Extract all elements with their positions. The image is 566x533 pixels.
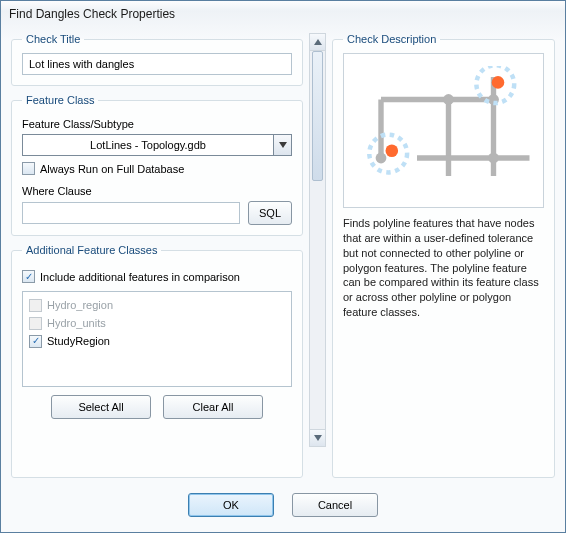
select-all-button[interactable]: Select All bbox=[51, 395, 151, 419]
dangles-illustration-icon bbox=[354, 66, 534, 196]
scroll-down-button[interactable] bbox=[310, 429, 325, 446]
additional-feature-classes-group: Additional Feature Classes ✓ Include add… bbox=[11, 244, 303, 478]
check-title-input[interactable] bbox=[22, 53, 292, 75]
list-item: Hydro_units bbox=[29, 314, 285, 332]
include-additional-checkbox[interactable]: ✓ bbox=[22, 270, 35, 283]
cancel-button[interactable]: Cancel bbox=[292, 493, 378, 517]
window-title: Find Dangles Check Properties bbox=[9, 7, 175, 21]
feature-class-group: Feature Class Feature Class/Subtype LotL… bbox=[11, 94, 303, 236]
dialog-window: Find Dangles Check Properties Check Titl… bbox=[0, 0, 566, 533]
svg-point-5 bbox=[443, 94, 454, 105]
always-run-label: Always Run on Full Database bbox=[40, 163, 184, 175]
left-panel: Check Title Feature Class Feature Class/… bbox=[11, 33, 303, 478]
svg-point-11 bbox=[491, 76, 504, 89]
list-item-label: Hydro_region bbox=[47, 299, 113, 311]
chevron-down-icon bbox=[279, 142, 287, 148]
caret-down-icon bbox=[314, 435, 322, 441]
scroll-up-button[interactable] bbox=[310, 34, 325, 51]
feature-class-legend: Feature Class bbox=[22, 94, 98, 106]
list-item[interactable]: ✓ StudyRegion bbox=[29, 332, 285, 350]
list-item-checkbox bbox=[29, 299, 42, 312]
where-clause-row: SQL bbox=[22, 201, 292, 225]
scroll-track[interactable] bbox=[310, 51, 325, 429]
check-description-group: Check Description bbox=[332, 33, 555, 478]
where-clause-input[interactable] bbox=[22, 202, 240, 224]
svg-point-7 bbox=[488, 152, 499, 163]
always-run-checkbox[interactable] bbox=[22, 162, 35, 175]
list-item: Hydro_region bbox=[29, 296, 285, 314]
dialog-button-bar: OK Cancel bbox=[1, 478, 565, 532]
left-panel-scrollbar[interactable] bbox=[309, 33, 326, 447]
always-run-row: Always Run on Full Database bbox=[22, 162, 292, 175]
list-button-row: Select All Clear All bbox=[22, 395, 292, 419]
list-item-checkbox bbox=[29, 317, 42, 330]
include-additional-row: ✓ Include additional features in compari… bbox=[22, 270, 292, 283]
right-panel: Check Description bbox=[332, 33, 555, 478]
svg-point-12 bbox=[385, 144, 398, 157]
where-clause-label: Where Clause bbox=[22, 185, 292, 197]
feature-class-sublabel: Feature Class/Subtype bbox=[22, 118, 292, 130]
clear-all-button[interactable]: Clear All bbox=[163, 395, 263, 419]
caret-up-icon bbox=[314, 39, 322, 45]
sql-button[interactable]: SQL bbox=[248, 201, 292, 225]
scroll-thumb[interactable] bbox=[312, 51, 323, 181]
list-item-label: StudyRegion bbox=[47, 335, 110, 347]
titlebar: Find Dangles Check Properties bbox=[1, 1, 565, 27]
include-additional-label: Include additional features in compariso… bbox=[40, 271, 240, 283]
check-title-group: Check Title bbox=[11, 33, 303, 86]
list-item-label: Hydro_units bbox=[47, 317, 106, 329]
feature-class-value: LotLines - Topology.gdb bbox=[23, 135, 273, 155]
check-title-legend: Check Title bbox=[22, 33, 84, 45]
list-item-checkbox[interactable]: ✓ bbox=[29, 335, 42, 348]
content-area: Check Title Feature Class Feature Class/… bbox=[1, 27, 565, 478]
check-description-legend: Check Description bbox=[343, 33, 440, 45]
additional-features-list[interactable]: Hydro_region Hydro_units ✓ StudyRegion bbox=[22, 291, 292, 387]
check-description-text: Finds polyline features that have nodes … bbox=[343, 216, 544, 320]
feature-class-dropdown-button[interactable] bbox=[273, 135, 291, 155]
feature-class-dropdown[interactable]: LotLines - Topology.gdb bbox=[22, 134, 292, 156]
description-illustration bbox=[343, 53, 544, 208]
svg-point-8 bbox=[375, 152, 386, 163]
ok-button[interactable]: OK bbox=[188, 493, 274, 517]
additional-legend: Additional Feature Classes bbox=[22, 244, 161, 256]
